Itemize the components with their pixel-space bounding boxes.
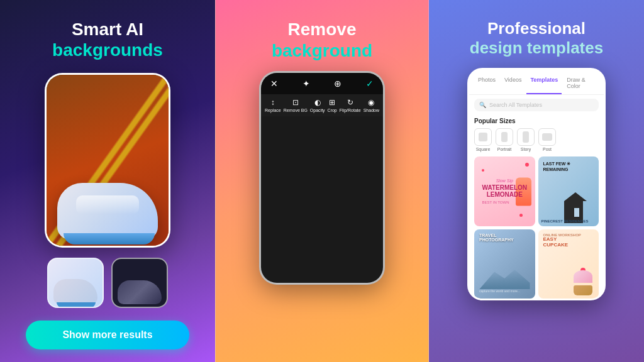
thumbnail-2[interactable] [111, 258, 168, 308]
tab-photos[interactable]: Photos [474, 75, 499, 94]
tpl3-title: TRAVELPHOTOGRAPHY [479, 233, 530, 242]
tab-videos[interactable]: Videos [501, 75, 525, 94]
template-grid: Slow Sip WATERMELONLEMONADE BEST IN TOWN… [469, 156, 604, 299]
size-selector: Square Portrait Story Post [469, 128, 604, 156]
crop-icon: ⊞ [329, 98, 335, 107]
shoe-image-main [57, 183, 158, 239]
panel1-title-line1: Smart AI [52, 19, 163, 40]
panel-remove-bg: Remove background ✕ ✦ ⊕ ✓ ◁▷ Remove Back… [215, 0, 429, 362]
tool-shadow[interactable]: ◉ Shadow [364, 98, 379, 112]
layers-icon[interactable]: ⊕ [332, 78, 343, 89]
mountain-shape [479, 267, 530, 289]
tool-replace[interactable]: ↕ Replace [265, 98, 281, 112]
tool-opacity[interactable]: ◐ Opacity [310, 98, 325, 112]
checkmark-icon[interactable]: ✓ [364, 78, 375, 89]
tool-remove-bg[interactable]: ⊡ Remove BG [284, 98, 308, 112]
search-placeholder-text: Search All Templates [489, 102, 542, 108]
size-square[interactable]: Square [474, 128, 492, 151]
tpl2-sub: PINECREST RESIDENCES [541, 219, 589, 223]
house-roof [564, 192, 587, 201]
tool-flip-rotate[interactable]: ↻ Flip/Rotate [340, 98, 361, 112]
tpl3-desc: capture the world and more... [479, 289, 530, 295]
close-icon[interactable]: ✕ [269, 78, 280, 89]
thumb-shoe-2 [118, 280, 162, 304]
post-inner-icon [542, 133, 552, 141]
tpl1-title: WATERMELONLEMONADE [482, 184, 527, 198]
panel-ai-backgrounds: Smart AI backgrounds Show more results [0, 0, 215, 362]
template-travel[interactable]: TRAVELPHOTOGRAPHY capture the world and … [474, 229, 535, 299]
removebg-icon: ⊡ [292, 98, 299, 107]
portrait-inner-icon [501, 132, 508, 142]
size-post-box [538, 128, 556, 146]
show-more-button[interactable]: Show more results [26, 321, 189, 349]
search-bar[interactable]: 🔍 Search All Templates [474, 99, 599, 111]
cupcake-illustration [570, 270, 596, 295]
cupcake-base [574, 285, 592, 295]
story-inner-icon [523, 131, 529, 143]
template-watermelon[interactable]: Slow Sip WATERMELONLEMONADE BEST IN TOWN [474, 156, 535, 226]
decorative-dot-2 [482, 169, 484, 172]
phone-mockup-1 [45, 73, 170, 248]
panel2-title: Remove background [272, 19, 372, 61]
house-window [574, 208, 579, 217]
toolbar-strip: ↕ Replace ⊡ Remove BG ◐ Opacity ⊞ Crop ↻… [261, 94, 383, 116]
decorative-dot-3 [519, 214, 523, 217]
size-post[interactable]: Post [538, 128, 556, 151]
panel3-title-line2: design [470, 38, 523, 57]
panel2-title-line2: background [272, 41, 372, 60]
shoe-sole [64, 233, 155, 244]
mountain-illustration [479, 242, 530, 290]
search-icon: 🔍 [479, 102, 486, 108]
tpl2-title: LAST FEW ✳REMAINING [543, 162, 594, 172]
tab-draw-color[interactable]: Draw & Color [563, 75, 599, 94]
phone-mockup-3: Photos Videos Templates Draw & Color 🔍 S… [467, 68, 606, 300]
panel1-title: Smart AI backgrounds [52, 19, 163, 60]
opacity-icon: ◐ [314, 98, 321, 107]
size-story[interactable]: Story [517, 128, 535, 151]
shadow-icon: ◉ [368, 98, 374, 107]
phone-mockup-2: ✕ ✦ ⊕ ✓ ◁▷ Remove Background Restore ↕ R… [259, 71, 385, 285]
panel3-title-line3: templates [527, 38, 603, 57]
thumb-shoe-sole-1 [57, 302, 96, 307]
shoe-laces [76, 195, 139, 214]
thumb-shoe-1 [53, 279, 97, 304]
tab-templates[interactable]: Templates [526, 75, 562, 94]
replace-icon: ↕ [271, 98, 275, 107]
editor-top-bar: ✕ ✦ ⊕ ✓ [261, 73, 383, 94]
template-last-few[interactable]: LAST FEW ✳REMAINING PINECREST RESIDENCES [538, 156, 599, 226]
size-story-box [517, 128, 535, 146]
phone-screen-1 [47, 75, 169, 246]
thumbnail-1[interactable] [47, 258, 104, 308]
panel3-title: Professional design templates [470, 19, 603, 58]
tab-bar: Photos Videos Templates Draw & Color [469, 70, 604, 95]
template-cupcake[interactable]: ONLINE WORKSHOP EASYCUPCAKE [538, 229, 599, 299]
tpl4-title: EASYCUPCAKE [543, 237, 594, 248]
thumbnail-row [47, 258, 168, 308]
panel-templates: Professional design templates Photos Vid… [429, 0, 644, 362]
tool-crop[interactable]: ⊞ Crop [328, 98, 337, 112]
fliprotate-icon: ↻ [347, 98, 353, 107]
tpl1-badge: BEST IN TOWN [482, 200, 527, 204]
decorative-dot-1 [525, 163, 529, 167]
tpl1-sub: Slow Sip [482, 178, 527, 184]
magic-icon[interactable]: ✦ [301, 78, 312, 89]
square-inner-icon [479, 133, 487, 141]
cupcake-frosting [574, 270, 592, 283]
size-square-box [474, 128, 492, 146]
popular-sizes-title: Popular Sizes [469, 115, 604, 128]
size-portrait-box [496, 128, 513, 146]
panel3-title-line1: Professional [470, 19, 603, 38]
panel1-title-line2: backgrounds [52, 40, 163, 60]
panel2-title-line1: Remove [272, 19, 372, 40]
size-portrait[interactable]: Portrait [496, 128, 513, 151]
